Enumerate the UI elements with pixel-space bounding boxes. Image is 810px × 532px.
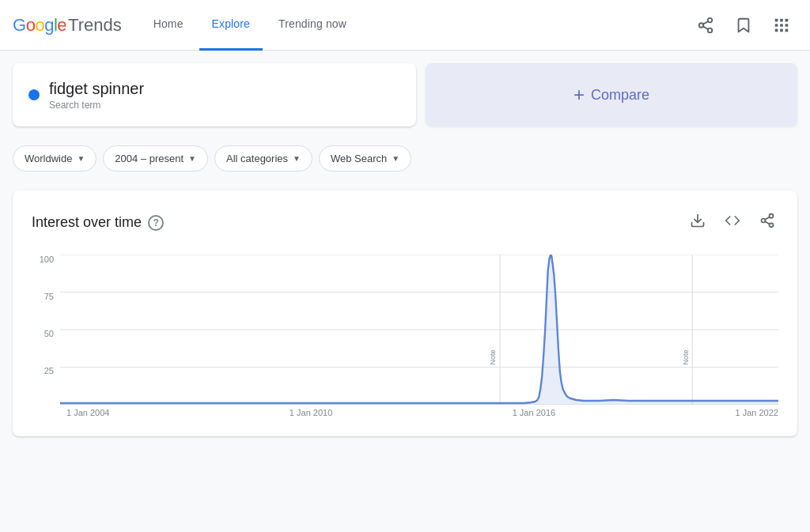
help-icon[interactable]: ?: [148, 215, 164, 231]
header: Google Trends Home Explore Trending now: [0, 0, 810, 51]
x-label-2016: 1 Jan 2016: [513, 408, 555, 417]
time-chevron-icon: ▼: [188, 154, 196, 163]
search-term-label: Search term: [49, 100, 144, 111]
search-type-chevron-icon: ▼: [392, 154, 399, 163]
chart-svg: Note Note: [60, 255, 778, 405]
y-axis: 100 75 50 25: [32, 255, 60, 405]
y-label-100: 100: [40, 255, 54, 264]
chart-area: 100 75 50 25: [32, 255, 778, 417]
x-label-2022: 1 Jan 2022: [736, 408, 778, 417]
chart-section: Interest over time ?: [13, 191, 797, 436]
time-filter-label: 2004 – present: [115, 153, 184, 164]
search-type-filter[interactable]: Web Search ▼: [319, 145, 411, 172]
nav-item-home[interactable]: Home: [141, 0, 196, 51]
compare-card[interactable]: + Compare: [426, 63, 797, 126]
svg-text:Note: Note: [682, 349, 690, 364]
search-term-info: fidget spinner Search term: [49, 79, 144, 111]
chart-header: Interest over time ?: [32, 209, 778, 236]
apps-button[interactable]: [766, 9, 797, 41]
x-label-2004: 1 Jan 2004: [66, 408, 109, 417]
header-actions: [690, 9, 797, 41]
embed-button[interactable]: [721, 209, 744, 236]
y-label-25: 25: [44, 366, 54, 375]
svg-line-19: [765, 217, 770, 219]
region-filter-label: Worldwide: [25, 153, 72, 164]
google-wordmark: Google: [13, 15, 66, 36]
search-type-label: Web Search: [331, 153, 387, 164]
search-area: fidget spinner Search term + Compare: [13, 63, 797, 126]
download-button[interactable]: [687, 209, 709, 236]
share-button[interactable]: [690, 9, 721, 41]
chart-title: Interest over time: [32, 214, 142, 231]
category-filter-label: All categories: [226, 153, 288, 164]
nav-item-trending[interactable]: Trending now: [266, 0, 359, 51]
time-filter[interactable]: 2004 – present ▼: [103, 145, 208, 172]
chart-share-button[interactable]: [756, 209, 778, 236]
search-dot: [28, 89, 40, 100]
chart-actions: [687, 209, 778, 236]
chart-svg-container: Note Note: [60, 255, 778, 405]
main-nav: Home Explore Trending now: [141, 0, 690, 51]
svg-rect-13: [785, 28, 789, 32]
svg-text:Note: Note: [490, 349, 498, 364]
search-card[interactable]: fidget spinner Search term: [13, 63, 416, 126]
category-filter[interactable]: All categories ▼: [214, 145, 312, 172]
svg-line-3: [703, 26, 708, 29]
svg-rect-5: [775, 18, 778, 21]
chart-body: 100 75 50 25: [32, 255, 778, 405]
svg-rect-8: [775, 24, 778, 27]
svg-rect-7: [785, 18, 789, 21]
compare-plus-icon: +: [573, 84, 585, 106]
compare-label: Compare: [591, 87, 649, 104]
region-filter[interactable]: Worldwide ▼: [13, 145, 97, 172]
svg-rect-11: [775, 28, 778, 32]
x-label-2010: 1 Jan 2010: [290, 408, 332, 417]
chart-title-area: Interest over time ?: [32, 214, 164, 231]
main-content: fidget spinner Search term + Compare Wor…: [0, 51, 810, 449]
category-chevron-icon: ▼: [293, 154, 301, 163]
search-term: fidget spinner: [49, 79, 144, 98]
svg-line-18: [765, 221, 770, 224]
logo: Google Trends: [13, 15, 122, 36]
svg-rect-10: [785, 24, 789, 27]
svg-rect-6: [780, 18, 783, 21]
nav-item-explore[interactable]: Explore: [199, 0, 263, 51]
bookmark-button[interactable]: [728, 9, 759, 41]
trends-wordmark: Trends: [68, 15, 122, 36]
y-label-75: 75: [44, 292, 54, 301]
x-axis: 1 Jan 2004 1 Jan 2010 1 Jan 2016 1 Jan 2…: [32, 405, 778, 417]
svg-rect-9: [780, 24, 783, 27]
filters-bar: Worldwide ▼ 2004 – present ▼ All categor…: [13, 139, 797, 178]
region-chevron-icon: ▼: [77, 154, 85, 163]
svg-line-4: [703, 21, 708, 24]
y-label-50: 50: [44, 329, 54, 338]
svg-rect-12: [780, 28, 783, 32]
